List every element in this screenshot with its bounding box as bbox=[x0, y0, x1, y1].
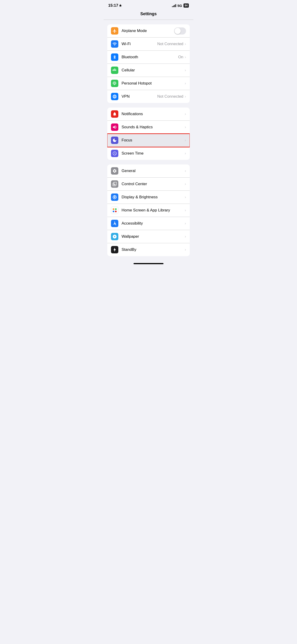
sounds-chevron: › bbox=[185, 125, 186, 130]
bluetooth-row[interactable]: Bluetooth On › bbox=[107, 51, 190, 64]
sounds-label: Sounds & Haptics bbox=[122, 125, 185, 130]
cellular-label: Cellular bbox=[122, 68, 185, 72]
airplane-mode-toggle[interactable] bbox=[174, 28, 186, 34]
home-screen-row[interactable]: Home Screen & App Library › bbox=[107, 204, 190, 217]
cellular-icon bbox=[111, 66, 118, 74]
focus-icon bbox=[111, 136, 118, 144]
svg-rect-2 bbox=[113, 211, 114, 212]
display-chevron: › bbox=[185, 195, 186, 200]
svg-rect-3 bbox=[115, 211, 117, 212]
network-type: 5G bbox=[178, 4, 182, 8]
wallpaper-icon bbox=[111, 233, 118, 240]
page-title: Settings bbox=[104, 10, 194, 20]
control-center-chevron: › bbox=[185, 182, 186, 186]
hotspot-icon bbox=[111, 80, 118, 87]
bluetooth-value: On bbox=[178, 55, 184, 60]
home-screen-chevron: › bbox=[185, 208, 186, 212]
notifications-icon bbox=[111, 110, 118, 118]
standby-row[interactable]: StandBy › bbox=[107, 243, 190, 256]
home-bar bbox=[134, 263, 164, 264]
display-row[interactable]: Display & Brightness › bbox=[107, 191, 190, 204]
svg-rect-1 bbox=[115, 208, 117, 210]
focus-row[interactable]: Focus › bbox=[107, 134, 190, 147]
accessibility-row[interactable]: Accessibility › bbox=[107, 217, 190, 230]
home-indicator bbox=[104, 261, 194, 266]
standby-label: StandBy bbox=[122, 247, 185, 252]
hotspot-chevron: › bbox=[185, 81, 186, 86]
standby-chevron: › bbox=[185, 247, 186, 252]
accessibility-label: Accessibility bbox=[122, 221, 185, 226]
wifi-icon bbox=[111, 40, 118, 48]
general-group: General › Control Center › Display & Bri… bbox=[107, 164, 190, 256]
general-icon bbox=[111, 167, 118, 174]
wifi-value: Not Connected bbox=[157, 42, 183, 46]
signal-icon bbox=[172, 4, 176, 7]
accessibility-icon bbox=[111, 220, 118, 227]
location-icon bbox=[119, 4, 122, 7]
airplane-mode-row[interactable]: Airplane Mode bbox=[107, 24, 190, 38]
svg-rect-0 bbox=[113, 208, 114, 210]
screen-time-icon bbox=[111, 150, 118, 157]
bluetooth-chevron: › bbox=[185, 55, 186, 60]
vpn-value: Not Connected bbox=[157, 94, 183, 99]
hotspot-label: Personal Hotspot bbox=[122, 81, 185, 86]
home-screen-icon bbox=[111, 206, 118, 214]
notifications-row[interactable]: Notifications › bbox=[107, 108, 190, 121]
accessibility-chevron: › bbox=[185, 221, 186, 226]
settings-content: Airplane Mode Wi-Fi Not Connected › Blue… bbox=[104, 20, 194, 261]
wallpaper-row[interactable]: Wallpaper › bbox=[107, 230, 190, 243]
connectivity-group: Airplane Mode Wi-Fi Not Connected › Blue… bbox=[107, 24, 190, 103]
control-center-label: Control Center bbox=[122, 182, 185, 186]
vpn-row[interactable]: VPN Not Connected › bbox=[107, 90, 190, 103]
status-right: 5G 84 bbox=[172, 4, 189, 8]
airplane-mode-icon bbox=[111, 27, 118, 34]
wifi-label: Wi-Fi bbox=[122, 42, 157, 46]
airplane-mode-label: Airplane Mode bbox=[122, 28, 174, 33]
notifications-group: Notifications › Sounds & Haptics › Focus… bbox=[107, 108, 190, 160]
sounds-icon bbox=[111, 124, 118, 131]
hotspot-row[interactable]: Personal Hotspot › bbox=[107, 77, 190, 90]
standby-icon bbox=[111, 246, 118, 253]
screen-time-row[interactable]: Screen Time › bbox=[107, 147, 190, 160]
wallpaper-label: Wallpaper bbox=[122, 234, 185, 239]
focus-label: Focus bbox=[122, 138, 185, 142]
focus-chevron: › bbox=[185, 138, 186, 142]
general-label: General bbox=[122, 168, 185, 173]
cellular-row[interactable]: Cellular › bbox=[107, 64, 190, 77]
status-bar: 15:17 5G 84 bbox=[104, 0, 194, 10]
screen-time-label: Screen Time bbox=[122, 151, 185, 156]
bluetooth-icon bbox=[111, 54, 118, 61]
screen-time-chevron: › bbox=[185, 151, 186, 156]
wifi-row[interactable]: Wi-Fi Not Connected › bbox=[107, 38, 190, 51]
notifications-chevron: › bbox=[185, 112, 186, 116]
vpn-icon bbox=[111, 93, 118, 100]
general-row[interactable]: General › bbox=[107, 164, 190, 178]
general-chevron: › bbox=[185, 168, 186, 173]
cellular-chevron: › bbox=[185, 68, 186, 72]
vpn-chevron: › bbox=[185, 94, 186, 99]
control-center-icon bbox=[111, 180, 118, 188]
vpn-label: VPN bbox=[122, 94, 157, 99]
svg-point-4 bbox=[114, 222, 115, 222]
bluetooth-label: Bluetooth bbox=[122, 55, 178, 60]
notifications-label: Notifications bbox=[122, 112, 185, 116]
sounds-row[interactable]: Sounds & Haptics › bbox=[107, 121, 190, 134]
control-center-row[interactable]: Control Center › bbox=[107, 178, 190, 191]
wallpaper-chevron: › bbox=[185, 234, 186, 239]
home-screen-label: Home Screen & App Library bbox=[122, 208, 185, 212]
wifi-chevron: › bbox=[185, 42, 186, 46]
display-label: Display & Brightness bbox=[122, 195, 185, 200]
battery-indicator: 84 bbox=[184, 4, 189, 8]
status-time: 15:17 bbox=[108, 3, 122, 8]
display-icon bbox=[111, 194, 118, 201]
